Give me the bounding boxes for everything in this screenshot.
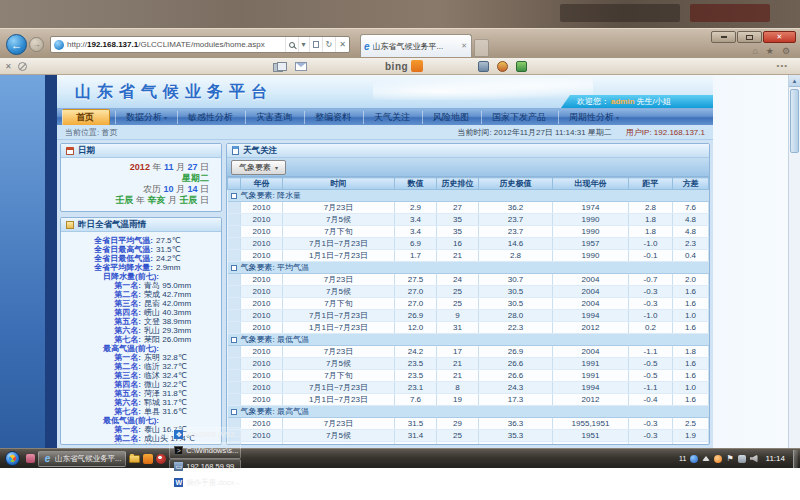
rank-row: 第三名:临沭 32.4℃ — [63, 371, 219, 380]
taskbar-window-item[interactable]: > C:\Windows\s... — [169, 443, 241, 459]
element-filter-button[interactable]: 气象要素▾ — [231, 160, 286, 175]
nav-item[interactable]: 敏感性分析 — [177, 111, 245, 124]
back-button[interactable]: ← — [6, 34, 27, 55]
nav-item[interactable]: 风险地图 — [422, 111, 481, 124]
tab-title[interactable]: 山东省气候业务平... — [373, 41, 458, 52]
refresh-icon[interactable]: ↻ — [322, 37, 336, 52]
close-button[interactable]: ✕ — [763, 31, 796, 43]
rank-row: 第一名:东明 32.8℃ — [63, 353, 219, 362]
table-cell: 1.6 — [673, 394, 709, 406]
forward-button[interactable]: → — [29, 37, 44, 52]
nav-item[interactable]: 天气关注 — [363, 111, 422, 124]
table-cell: 35 — [437, 226, 479, 238]
action-center-flag-icon[interactable]: ⚑ — [726, 454, 733, 463]
table-cell: -0.4 — [629, 394, 673, 406]
nav-item[interactable]: 周期性分析▾ — [558, 111, 629, 124]
nav-item[interactable]: 首页 — [62, 109, 110, 126]
table-cell: 12.0 — [395, 322, 437, 334]
home-icon[interactable]: ⌂ — [752, 46, 757, 56]
media-addon-icon[interactable] — [497, 61, 508, 72]
table-row: 20107月下旬27.02530.52004-0.31.6 — [228, 298, 709, 310]
share-addon-icon[interactable] — [516, 61, 527, 72]
scroll-up-arrow[interactable]: ▲ — [789, 75, 800, 87]
search-icon[interactable] — [285, 37, 298, 52]
table-container: 年份时间数值历史排位历史极值出现年份距平方差 气象要素: 降水量20107月23… — [227, 177, 709, 444]
station-value: 32.2℃ — [162, 380, 187, 389]
volume-icon[interactable] — [750, 455, 758, 463]
table-row: 20107月1日~7月23日26.9928.01994-1.01.0 — [228, 310, 709, 322]
ie-icon: e — [43, 454, 52, 463]
table-cell: 2010 — [241, 214, 283, 226]
close-sidebar-icon[interactable]: ✕ — [5, 62, 12, 71]
table-cell: 35.3 — [479, 442, 553, 445]
stop-icon[interactable]: ✕ — [335, 37, 349, 52]
explorer-icon[interactable] — [129, 455, 140, 463]
browser-tab[interactable]: e 山东省气候业务平... ✕ — [360, 34, 472, 57]
table-cell: 2010 — [241, 298, 283, 310]
nav-item[interactable]: 整编资料 — [304, 111, 363, 124]
scrollbar-thumb[interactable] — [790, 89, 799, 153]
table-cell: -0.5 — [629, 358, 673, 370]
url-text[interactable]: http://192.168.137.1/GLCCLIMATE/modules/… — [67, 40, 285, 49]
maximize-button[interactable] — [737, 31, 762, 43]
start-button[interactable] — [5, 451, 20, 466]
table-cell: 1.7 — [395, 250, 437, 262]
vertical-scrollbar[interactable]: ▲ — [788, 75, 800, 448]
favorites-icon[interactable]: ★ — [766, 46, 774, 56]
expand-checkbox-icon[interactable] — [231, 337, 237, 343]
show-desktop-button[interactable] — [793, 450, 798, 468]
nav-item[interactable]: 数据分析▾ — [115, 111, 177, 124]
nav-item[interactable]: 灾害查询 — [245, 111, 304, 124]
taskbar-window-item[interactable]: W 操作手册.docx -... — [169, 475, 241, 491]
bing-search-icon[interactable] — [411, 60, 423, 72]
table-cell: 1990 — [553, 214, 629, 226]
taskbar-clock[interactable]: 11:14 — [766, 454, 785, 463]
new-tab-button[interactable] — [474, 39, 489, 57]
mail-icon[interactable] — [295, 62, 307, 71]
taskbar-window-item[interactable]: ▭ 192.168.59.99... — [169, 459, 241, 475]
cards-addon-icon[interactable] — [273, 62, 286, 71]
camera-addon-icon[interactable] — [478, 61, 489, 72]
row-checkbox-cell — [228, 202, 241, 214]
station-name: 菏泽 — [144, 389, 160, 398]
compatibility-view-icon[interactable] — [309, 37, 322, 52]
table-row: 20107月23日2.92736.219742.87.6 — [228, 202, 709, 214]
table-cell: 2010 — [241, 238, 283, 250]
addon-icons — [478, 61, 527, 72]
table-cell: 7月下旬 — [283, 226, 395, 238]
minimize-button[interactable] — [711, 31, 736, 43]
table-cell: 7月1日~7月23日 — [283, 382, 395, 394]
taskbar-window-item[interactable]: ❖ Win2008 (VS2... — [169, 427, 241, 443]
chevron-down-icon: ▾ — [164, 114, 167, 121]
browser-titlebar: ← → http://192.168.137.1/GLCCLIMATE/modu… — [0, 28, 800, 58]
taskbar-ie-item[interactable]: e 山东省气候业务平... — [38, 451, 126, 467]
document-icon — [232, 146, 239, 155]
tray-update-icon[interactable] — [714, 455, 722, 463]
search-dropdown-icon[interactable]: ▾ — [298, 37, 309, 52]
hidden-icons-arrow[interactable] — [702, 456, 710, 461]
welcome-banner: 欢迎您：admin 先生/小姐 — [561, 95, 713, 108]
window-icon: ❖ — [174, 430, 183, 439]
expand-checkbox-icon[interactable] — [231, 193, 237, 199]
blocked-icon[interactable] — [18, 62, 27, 71]
column-header: 历史排位 — [437, 178, 479, 190]
window-icon: > — [174, 446, 183, 455]
tray-app-icon[interactable] — [690, 455, 698, 463]
table-group-row: 气象要素: 降水量 — [228, 190, 709, 202]
settings-gear-icon[interactable]: ⚙ — [782, 46, 790, 56]
media-player-icon[interactable] — [156, 454, 166, 464]
pinned-app-icon[interactable] — [143, 454, 153, 464]
expand-checkbox-icon[interactable] — [231, 409, 237, 415]
table-cell: 2010 — [241, 274, 283, 286]
overflow-menu-icon[interactable]: ••• — [777, 61, 788, 70]
network-icon[interactable] — [738, 455, 746, 463]
address-bar[interactable]: http://192.168.137.1/GLCCLIMATE/modules/… — [50, 36, 350, 53]
nav-item[interactable]: 国家下发产品 — [481, 111, 558, 124]
weather-table: 年份时间数值历史排位历史极值出现年份距平方差 气象要素: 降水量20107月23… — [227, 177, 709, 444]
pinned-app-icon[interactable] — [26, 454, 35, 463]
expand-checkbox-icon[interactable] — [231, 265, 237, 271]
row-checkbox-cell — [228, 250, 241, 262]
rank-row: 第五名:文登 38.9mm — [63, 317, 219, 326]
tab-close-icon[interactable]: ✕ — [460, 41, 468, 51]
table-cell: 35.3 — [479, 430, 553, 442]
